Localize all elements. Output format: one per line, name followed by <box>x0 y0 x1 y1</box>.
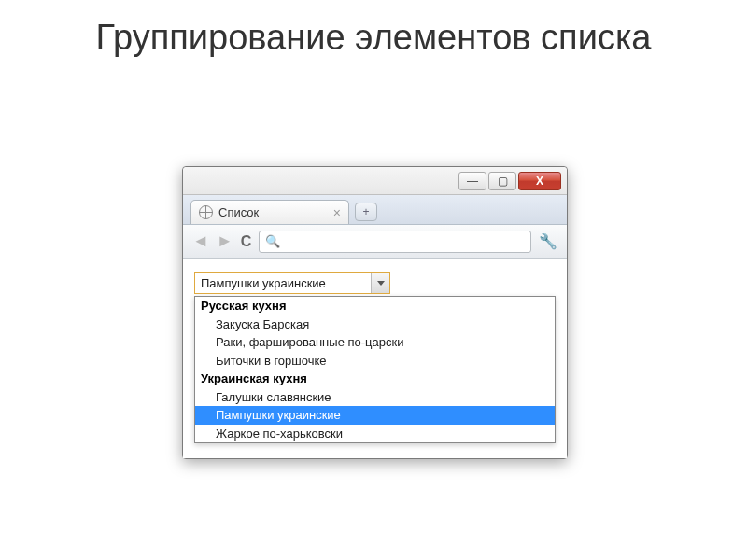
minimize-button[interactable]: — <box>458 172 486 190</box>
select-option[interactable]: Галушки славянские <box>195 388 555 407</box>
select-dropdown: Русская кухняЗакуска БарскаяРаки, фаршир… <box>194 296 556 443</box>
search-icon: 🔍 <box>265 234 280 248</box>
new-tab-button[interactable]: + <box>355 203 377 221</box>
select-option[interactable]: Раки, фаршированные по-царски <box>195 333 555 352</box>
optgroup-label: Русская кухня <box>195 297 555 315</box>
slide-title: Группирование элементов списка <box>0 0 747 60</box>
tab-strip: Список × + <box>183 195 567 225</box>
globe-icon <box>199 205 213 219</box>
select-option[interactable]: Биточки в горшочке <box>195 352 555 371</box>
browser-toolbar: ◄ ► C 🔍 🔧 <box>183 225 567 259</box>
forward-button[interactable]: ► <box>217 231 233 251</box>
reload-button[interactable]: C <box>241 233 252 250</box>
browser-tab[interactable]: Список × <box>190 200 349 224</box>
tab-title: Список <box>218 205 328 219</box>
back-button[interactable]: ◄ <box>192 231 209 251</box>
cuisine-select[interactable]: Пампушки украинские <box>194 272 390 294</box>
maximize-button[interactable]: ▢ <box>488 172 516 190</box>
tab-close-icon[interactable]: × <box>333 205 341 220</box>
select-option[interactable]: Закуска Барская <box>195 315 555 334</box>
chevron-down-icon[interactable] <box>371 273 389 293</box>
optgroup-label: Украинская кухня <box>195 370 555 388</box>
address-bar[interactable]: 🔍 <box>259 231 531 253</box>
select-option[interactable]: Пампушки украинские <box>195 406 555 425</box>
select-value: Пампушки украинские <box>201 276 326 290</box>
select-option[interactable]: Жаркое по-харьковски <box>195 425 555 443</box>
page-content: Пампушки украинские Русская кухняЗакуска… <box>183 259 567 458</box>
close-button[interactable]: X <box>518 172 561 190</box>
wrench-icon[interactable]: 🔧 <box>539 232 557 250</box>
window-titlebar: — ▢ X <box>183 167 567 195</box>
browser-window: — ▢ X Список × + ◄ ► C 🔍 🔧 Пампушки укра… <box>182 166 568 459</box>
